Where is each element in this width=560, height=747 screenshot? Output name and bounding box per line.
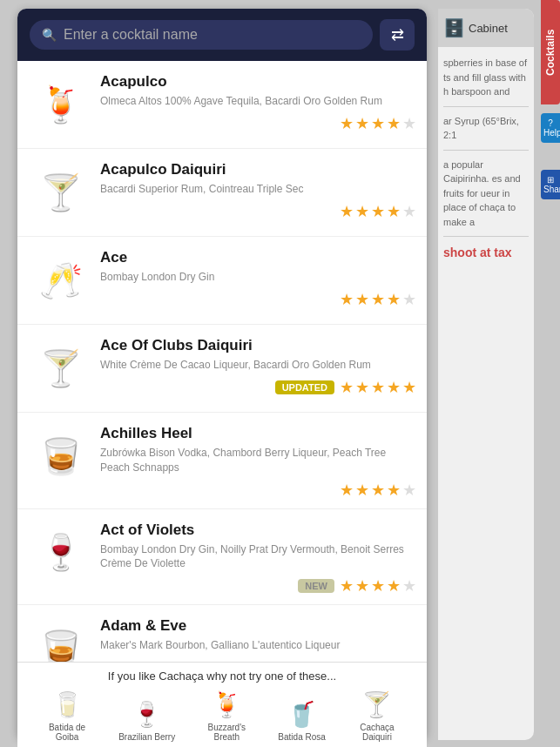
help-label: Help bbox=[543, 128, 560, 138]
search-bar: 🔍 Enter a cocktail name ⇄ bbox=[17, 9, 427, 61]
cocktail-item[interactable]: 🍹 Acapulco Olmeca Altos 100% Agave Tequi… bbox=[17, 61, 427, 149]
search-input-wrapper[interactable]: 🔍 Enter a cocktail name bbox=[30, 20, 373, 50]
star-empty: ★ bbox=[402, 202, 416, 221]
star-filled: ★ bbox=[387, 114, 401, 133]
recommendations-title: If you like Cachaça why not try one of t… bbox=[26, 670, 418, 683]
badge-updated: UPDATED bbox=[275, 380, 334, 394]
glass-icon: 🍹 bbox=[39, 84, 83, 125]
cocktail-info: Ace Bombay London Dry Gin ★★★★★ bbox=[93, 246, 416, 309]
recommendation-item[interactable]: 🥛 Batida de Goiba bbox=[37, 688, 98, 742]
cabinet-icon: 🗄️ bbox=[443, 17, 465, 38]
star-filled: ★ bbox=[371, 290, 385, 309]
reco-name: Batida Rosa bbox=[278, 732, 325, 742]
star-filled: ★ bbox=[340, 290, 354, 309]
cocktail-info: Achilles Heel Zubrówka Bison Vodka, Cham… bbox=[93, 421, 416, 500]
scan-button[interactable]: ⇄ bbox=[380, 19, 415, 50]
reco-glass-icon: 🥛 bbox=[52, 688, 83, 719]
cocktail-footer: ★★★★★ bbox=[100, 114, 416, 133]
cocktail-item[interactable]: 🍷 Act of Violets Bombay London Dry Gin, … bbox=[17, 509, 427, 606]
cocktail-item[interactable]: 🍸 Acapulco Daiquiri Bacardi Superior Rum… bbox=[17, 149, 427, 237]
star-filled: ★ bbox=[387, 202, 401, 221]
sidebar-cocktails-tab[interactable]: Cocktails bbox=[541, 0, 560, 104]
reco-name: Buzzard's Breath bbox=[196, 723, 257, 742]
cocktail-item[interactable]: 🍸 Ace Of Clubs Daiquiri White Crème De C… bbox=[17, 325, 427, 413]
star-rating: ★★★★★ bbox=[340, 576, 416, 596]
reco-name: Batida de Goiba bbox=[37, 723, 98, 742]
glass-icon: 🍸 bbox=[39, 348, 83, 389]
share-icon: ⊞ bbox=[547, 175, 554, 185]
star-rating: ★★★★★ bbox=[340, 378, 416, 397]
cocktail-image: 🍸 bbox=[28, 333, 93, 403]
star-filled: ★ bbox=[387, 290, 401, 309]
star-filled: ★ bbox=[355, 114, 369, 133]
cocktail-ingredients: White Crème De Cacao Liqueur, Bacardi Or… bbox=[100, 358, 416, 373]
star-rating: ★★★★★ bbox=[340, 481, 416, 500]
cocktail-ingredients: Bacardi Superior Rum, Cointreau Triple S… bbox=[100, 182, 416, 197]
cocktail-image: 🍸 bbox=[28, 158, 93, 227]
cocktail-list: 🍹 Acapulco Olmeca Altos 100% Agave Tequi… bbox=[17, 61, 427, 679]
glass-icon: 🥂 bbox=[39, 260, 83, 301]
recommendation-item[interactable]: 🍸 Cachaça Daiquiri bbox=[347, 688, 408, 742]
star-rating: ★★★★★ bbox=[340, 114, 416, 133]
cocktail-ingredients: Bombay London Dry Gin, Noilly Prat Dry V… bbox=[100, 542, 416, 572]
reco-glass-icon: 🍹 bbox=[212, 688, 242, 719]
cocktail-image: 🍷 bbox=[28, 518, 93, 588]
cabinet-label: Cabinet bbox=[469, 22, 508, 35]
cocktail-item[interactable]: 🥃 Achilles Heel Zubrówka Bison Vodka, Ch… bbox=[17, 413, 427, 509]
cocktail-ingredients: Bombay London Dry Gin bbox=[100, 270, 416, 285]
reco-glass-icon: 🍷 bbox=[132, 697, 162, 729]
recommendation-item[interactable]: 🍷 Brazilian Berry bbox=[118, 697, 175, 742]
reco-glass-icon: 🥤 bbox=[287, 697, 317, 729]
cocktail-name: Ace Of Clubs Daiquiri bbox=[100, 337, 416, 354]
reco-name: Cachaça Daiquiri bbox=[347, 723, 408, 742]
cocktail-footer: ★★★★★ bbox=[100, 290, 416, 309]
star-filled: ★ bbox=[371, 202, 385, 221]
cocktail-footer: UPDATED ★★★★★ bbox=[100, 378, 416, 397]
main-panel: 🔍 Enter a cocktail name ⇄ 🍹 Acapulco Olm… bbox=[17, 9, 427, 740]
star-filled: ★ bbox=[387, 576, 401, 596]
right-panel-content: spberries in base of ts and fill glass w… bbox=[443, 56, 529, 262]
star-filled: ★ bbox=[355, 290, 369, 309]
star-filled: ★ bbox=[355, 481, 369, 500]
star-filled: ★ bbox=[387, 378, 401, 397]
recommendation-item[interactable]: 🥤 Batida Rosa bbox=[278, 697, 325, 742]
cocktail-info: Acapulco Olmeca Altos 100% Agave Tequila… bbox=[93, 70, 416, 133]
star-filled: ★ bbox=[340, 202, 354, 221]
star-filled: ★ bbox=[340, 576, 354, 596]
search-placeholder: Enter a cocktail name bbox=[64, 27, 361, 43]
cocktail-info: Acapulco Daiquiri Bacardi Superior Rum, … bbox=[93, 158, 416, 221]
panel-text-2: ar Syrup (65°Brix, 2:1 bbox=[443, 114, 529, 143]
cocktail-name: Acapulco bbox=[100, 73, 416, 91]
cocktail-info: Ace Of Clubs Daiquiri White Crème De Cac… bbox=[93, 333, 416, 397]
share-label: Share bbox=[543, 185, 560, 194]
reco-name: Brazilian Berry bbox=[118, 732, 175, 742]
star-filled: ★ bbox=[355, 576, 369, 596]
right-panel: 🗄️ Cabinet spberries in base of ts and f… bbox=[438, 9, 534, 740]
cocktail-name: Achilles Heel bbox=[100, 425, 416, 442]
panel-text-3: a popular Caipirinha. es and fruits for … bbox=[443, 158, 529, 230]
sidebar-help-tab[interactable]: ? Help bbox=[541, 113, 560, 143]
recommendations-items: 🥛 Batida de Goiba 🍷 Brazilian Berry 🍹 Bu… bbox=[26, 688, 418, 742]
star-filled: ★ bbox=[387, 481, 401, 500]
cocktail-name: Acapulco Daiquiri bbox=[100, 161, 416, 178]
panel-text-1: spberries in base of ts and fill glass w… bbox=[443, 56, 529, 99]
help-icon: ? bbox=[548, 118, 553, 128]
star-empty: ★ bbox=[402, 576, 416, 596]
recommendation-item[interactable]: 🍹 Buzzard's Breath bbox=[196, 688, 257, 742]
star-empty: ★ bbox=[402, 290, 416, 309]
cabinet-header: 🗄️ Cabinet bbox=[438, 9, 534, 47]
star-empty: ★ bbox=[402, 114, 416, 133]
search-icon: 🔍 bbox=[42, 28, 57, 42]
badge-new: NEW bbox=[298, 579, 334, 593]
star-filled: ★ bbox=[371, 576, 385, 596]
glass-icon: 🍸 bbox=[39, 172, 83, 213]
recommendations-bar: If you like Cachaça why not try one of t… bbox=[17, 662, 427, 747]
sidebar-share-tab[interactable]: ⊞ Share bbox=[541, 170, 560, 199]
cocktail-ingredients: Zubrówka Bison Vodka, Chambord Berry Liq… bbox=[100, 446, 416, 475]
cocktail-item[interactable]: 🥂 Ace Bombay London Dry Gin ★★★★★ bbox=[17, 237, 427, 325]
star-empty: ★ bbox=[402, 481, 416, 500]
star-filled: ★ bbox=[340, 378, 354, 397]
star-filled: ★ bbox=[355, 202, 369, 221]
cocktail-info: Act of Violets Bombay London Dry Gin, No… bbox=[93, 518, 416, 596]
cocktail-image: 🥃 bbox=[28, 421, 93, 491]
